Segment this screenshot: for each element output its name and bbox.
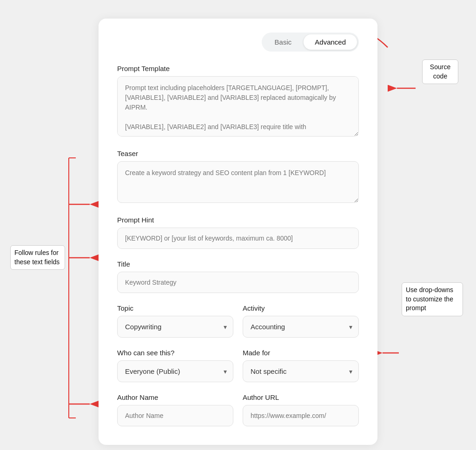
prompt-template-input[interactable] [117,76,359,137]
topic-label: Topic [117,304,233,312]
activity-select-wrapper: Accounting Finance HR Legal ▾ [243,316,359,338]
prompt-template-label: Prompt Template [117,65,359,72]
author-url-label: Author URL [243,393,359,401]
author-name-label: Author Name [117,393,233,401]
who-can-see-wrapper: Everyone (Public) Only Me Team ▾ [117,360,233,382]
topic-select-wrapper: Copywriting Marketing SEO Writing ▾ [117,316,233,338]
teaser-input[interactable] [117,161,359,203]
topic-activity-row: Topic Copywriting Marketing SEO Writing … [117,304,359,338]
tab-switcher: Basic Advanced [117,33,359,52]
prompt-hint-section: Prompt Hint [117,216,359,249]
annotation-dropdowns: Use drop-downs to customize the prompt [402,282,463,316]
made-for-wrapper: Not specific Individuals Teams Enterpris… [243,360,359,382]
tab-group: Basic Advanced [262,33,359,52]
made-for-select[interactable]: Not specific Individuals Teams Enterpris… [243,360,359,382]
annotation-follow-rules: Follow rules for these text fields [10,245,65,270]
author-name-field: Author Name [117,393,233,426]
who-can-see-label: Who can see this? [117,349,233,357]
teaser-section: Teaser [117,150,359,205]
author-url-field: Author URL [243,393,359,426]
visibility-made-for-row: Who can see this? Everyone (Public) Only… [117,349,359,382]
activity-field: Activity Accounting Finance HR Legal ▾ [243,304,359,338]
who-can-see-field: Who can see this? Everyone (Public) Only… [117,349,233,382]
made-for-label: Made for [243,349,359,357]
title-input[interactable] [117,272,359,293]
teaser-label: Teaser [117,150,359,157]
prompt-hint-input[interactable] [117,228,359,249]
topic-field: Topic Copywriting Marketing SEO Writing … [117,304,233,338]
author-name-input[interactable] [117,405,233,426]
tab-advanced[interactable]: Advanced [304,34,357,50]
topic-select[interactable]: Copywriting Marketing SEO Writing [117,316,233,338]
main-card: Basic Advanced Prompt Template Teaser Pr… [99,19,377,445]
prompt-hint-label: Prompt Hint [117,216,359,224]
author-url-input[interactable] [243,405,359,426]
title-label: Title [117,260,359,268]
made-for-field: Made for Not specific Individuals Teams … [243,349,359,382]
annotation-source-code: Source code [422,59,458,84]
who-can-see-select[interactable]: Everyone (Public) Only Me Team [117,360,233,382]
title-section: Title [117,260,359,293]
activity-label: Activity [243,304,359,312]
tab-basic[interactable]: Basic [264,34,303,50]
author-row: Author Name Author URL [117,393,359,426]
prompt-template-section: Prompt Template [117,65,359,138]
activity-select[interactable]: Accounting Finance HR Legal [243,316,359,338]
